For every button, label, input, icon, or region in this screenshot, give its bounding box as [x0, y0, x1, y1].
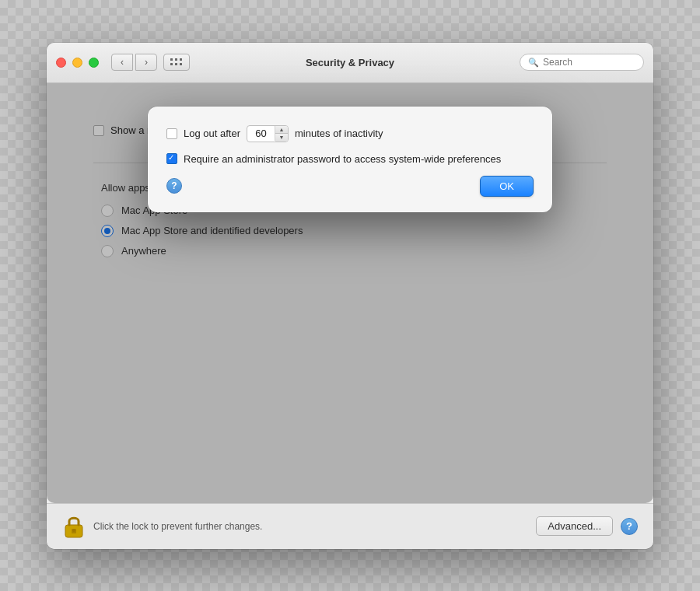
logout-checkbox[interactable] — [166, 128, 177, 139]
bottom-bar: Click the lock to prevent further change… — [47, 503, 653, 549]
dialog-help-button[interactable]: ? — [166, 178, 182, 194]
lock-text: Click the lock to prevent further change… — [93, 521, 536, 532]
require-password-label: Require an administrator password to acc… — [184, 153, 501, 165]
advanced-dialog: Log out after 60 ▲ ▼ minutes of inactivi… — [148, 107, 552, 212]
close-button[interactable] — [56, 58, 66, 68]
content-area: Log out after 60 ▲ ▼ minutes of inactivi… — [47, 83, 653, 503]
stepper-up-button[interactable]: ▲ — [275, 126, 288, 134]
stepper-down-button[interactable]: ▼ — [275, 134, 288, 142]
require-password-checkbox[interactable] — [166, 153, 177, 164]
lock-icon — [62, 513, 86, 540]
dialog-footer: ? OK — [166, 176, 534, 197]
require-password-row: Require an administrator password to acc… — [166, 153, 534, 165]
grid-icon — [170, 58, 183, 66]
inactivity-label: minutes of inactivity — [295, 128, 383, 139]
back-button[interactable]: ‹ — [111, 54, 133, 71]
minutes-value: 60 — [247, 126, 275, 141]
forward-button[interactable]: › — [135, 54, 157, 71]
window-title: Security & Privacy — [306, 57, 394, 68]
titlebar: ‹ › Security & Privacy 🔍 — [47, 43, 653, 83]
logout-label: Log out after — [184, 128, 240, 139]
search-input[interactable] — [543, 57, 635, 68]
nav-buttons: ‹ › — [111, 54, 157, 71]
stepper-buttons: ▲ ▼ — [275, 126, 288, 142]
bottom-help-button[interactable]: ? — [621, 518, 638, 535]
search-icon: 🔍 — [528, 58, 539, 68]
search-box[interactable]: 🔍 — [520, 54, 644, 71]
dialog-overlay: Log out after 60 ▲ ▼ minutes of inactivi… — [47, 83, 653, 503]
svg-point-2 — [72, 529, 75, 532]
ok-button[interactable]: OK — [480, 176, 534, 197]
system-preferences-window: ‹ › Security & Privacy 🔍 Log out after — [47, 43, 653, 549]
minutes-input[interactable]: 60 ▲ ▼ — [247, 125, 289, 142]
maximize-button[interactable] — [89, 58, 99, 68]
grid-view-button[interactable] — [163, 54, 190, 71]
advanced-button[interactable]: Advanced... — [536, 516, 613, 536]
minimize-button[interactable] — [72, 58, 82, 68]
traffic-lights — [56, 58, 99, 68]
logout-row: Log out after 60 ▲ ▼ minutes of inactivi… — [166, 125, 534, 142]
